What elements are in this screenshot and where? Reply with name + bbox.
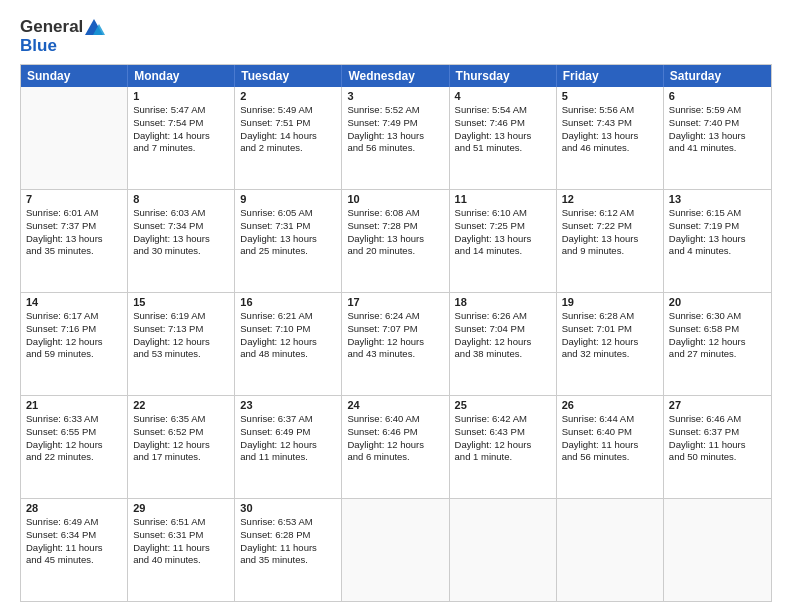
cell-info-line: and 59 minutes. bbox=[26, 348, 122, 361]
header-day-sunday: Sunday bbox=[21, 65, 128, 87]
day-number: 20 bbox=[669, 296, 766, 308]
header-day-wednesday: Wednesday bbox=[342, 65, 449, 87]
cell-info-line: Sunset: 6:37 PM bbox=[669, 426, 766, 439]
header-day-thursday: Thursday bbox=[450, 65, 557, 87]
cell-info-line: Sunset: 6:31 PM bbox=[133, 529, 229, 542]
cell-info-line: Sunrise: 6:44 AM bbox=[562, 413, 658, 426]
day-number: 4 bbox=[455, 90, 551, 102]
calendar-cell-3: 3Sunrise: 5:52 AMSunset: 7:49 PMDaylight… bbox=[342, 87, 449, 189]
calendar-cell-12: 12Sunrise: 6:12 AMSunset: 7:22 PMDayligh… bbox=[557, 190, 664, 292]
cell-info-line: Daylight: 13 hours bbox=[669, 130, 766, 143]
cell-info-line: Sunset: 7:16 PM bbox=[26, 323, 122, 336]
cell-info-line: Daylight: 13 hours bbox=[455, 130, 551, 143]
calendar-cell-13: 13Sunrise: 6:15 AMSunset: 7:19 PMDayligh… bbox=[664, 190, 771, 292]
calendar-cell-empty-4-5 bbox=[557, 499, 664, 601]
cell-info-line: Sunrise: 6:53 AM bbox=[240, 516, 336, 529]
cell-info-line: Daylight: 12 hours bbox=[26, 439, 122, 452]
day-number: 21 bbox=[26, 399, 122, 411]
calendar-cell-15: 15Sunrise: 6:19 AMSunset: 7:13 PMDayligh… bbox=[128, 293, 235, 395]
calendar-cell-empty-4-6 bbox=[664, 499, 771, 601]
cell-info-line: and 43 minutes. bbox=[347, 348, 443, 361]
cell-info-line: Daylight: 11 hours bbox=[26, 542, 122, 555]
cell-info-line: Daylight: 13 hours bbox=[562, 130, 658, 143]
calendar-cell-22: 22Sunrise: 6:35 AMSunset: 6:52 PMDayligh… bbox=[128, 396, 235, 498]
cell-info-line: Sunrise: 6:12 AM bbox=[562, 207, 658, 220]
page: General Blue SundayMondayTuesdayWednesda… bbox=[0, 0, 792, 612]
cell-info-line: Daylight: 12 hours bbox=[562, 336, 658, 349]
cell-info-line: and 14 minutes. bbox=[455, 245, 551, 258]
cell-info-line: Daylight: 11 hours bbox=[133, 542, 229, 555]
calendar-cell-2: 2Sunrise: 5:49 AMSunset: 7:51 PMDaylight… bbox=[235, 87, 342, 189]
calendar-cell-18: 18Sunrise: 6:26 AMSunset: 7:04 PMDayligh… bbox=[450, 293, 557, 395]
calendar-cell-19: 19Sunrise: 6:28 AMSunset: 7:01 PMDayligh… bbox=[557, 293, 664, 395]
cell-info-line: and 2 minutes. bbox=[240, 142, 336, 155]
cell-info-line: Sunrise: 6:42 AM bbox=[455, 413, 551, 426]
logo-general-text: General bbox=[20, 17, 83, 37]
cell-info-line: Sunset: 7:54 PM bbox=[133, 117, 229, 130]
calendar-cell-10: 10Sunrise: 6:08 AMSunset: 7:28 PMDayligh… bbox=[342, 190, 449, 292]
cell-info-line: Daylight: 13 hours bbox=[669, 233, 766, 246]
cell-info-line: Sunrise: 5:49 AM bbox=[240, 104, 336, 117]
cell-info-line: and 45 minutes. bbox=[26, 554, 122, 567]
day-number: 13 bbox=[669, 193, 766, 205]
cell-info-line: Sunrise: 6:08 AM bbox=[347, 207, 443, 220]
cell-info-line: Sunrise: 6:28 AM bbox=[562, 310, 658, 323]
day-number: 7 bbox=[26, 193, 122, 205]
day-number: 12 bbox=[562, 193, 658, 205]
cell-info-line: and 9 minutes. bbox=[562, 245, 658, 258]
cell-info-line: Sunrise: 6:24 AM bbox=[347, 310, 443, 323]
cell-info-line: Daylight: 11 hours bbox=[669, 439, 766, 452]
logo-icon bbox=[83, 16, 105, 38]
cell-info-line: Daylight: 11 hours bbox=[240, 542, 336, 555]
calendar-cell-25: 25Sunrise: 6:42 AMSunset: 6:43 PMDayligh… bbox=[450, 396, 557, 498]
cell-info-line: Sunset: 6:43 PM bbox=[455, 426, 551, 439]
cell-info-line: Daylight: 13 hours bbox=[347, 233, 443, 246]
cell-info-line: Sunset: 7:49 PM bbox=[347, 117, 443, 130]
cell-info-line: Sunrise: 5:54 AM bbox=[455, 104, 551, 117]
calendar-cell-empty-0-0 bbox=[21, 87, 128, 189]
cell-info-line: and 50 minutes. bbox=[669, 451, 766, 464]
cell-info-line: Sunset: 6:46 PM bbox=[347, 426, 443, 439]
calendar: SundayMondayTuesdayWednesdayThursdayFrid… bbox=[20, 64, 772, 602]
header-day-tuesday: Tuesday bbox=[235, 65, 342, 87]
header: General Blue bbox=[20, 16, 772, 56]
calendar-cell-16: 16Sunrise: 6:21 AMSunset: 7:10 PMDayligh… bbox=[235, 293, 342, 395]
calendar-cell-17: 17Sunrise: 6:24 AMSunset: 7:07 PMDayligh… bbox=[342, 293, 449, 395]
cell-info-line: and 56 minutes. bbox=[347, 142, 443, 155]
cell-info-line: Sunrise: 6:46 AM bbox=[669, 413, 766, 426]
cell-info-line: and 4 minutes. bbox=[669, 245, 766, 258]
cell-info-line: and 35 minutes. bbox=[240, 554, 336, 567]
cell-info-line: Sunrise: 5:52 AM bbox=[347, 104, 443, 117]
day-number: 24 bbox=[347, 399, 443, 411]
calendar-row-1: 7Sunrise: 6:01 AMSunset: 7:37 PMDaylight… bbox=[21, 190, 771, 293]
cell-info-line: Sunrise: 6:49 AM bbox=[26, 516, 122, 529]
cell-info-line: Daylight: 13 hours bbox=[347, 130, 443, 143]
cell-info-line: Sunset: 7:46 PM bbox=[455, 117, 551, 130]
calendar-cell-26: 26Sunrise: 6:44 AMSunset: 6:40 PMDayligh… bbox=[557, 396, 664, 498]
cell-info-line: Sunset: 7:25 PM bbox=[455, 220, 551, 233]
cell-info-line: Daylight: 12 hours bbox=[133, 336, 229, 349]
cell-info-line: Sunrise: 6:19 AM bbox=[133, 310, 229, 323]
cell-info-line: Daylight: 12 hours bbox=[26, 336, 122, 349]
cell-info-line: and 1 minute. bbox=[455, 451, 551, 464]
cell-info-line: Sunrise: 6:33 AM bbox=[26, 413, 122, 426]
calendar-row-4: 28Sunrise: 6:49 AMSunset: 6:34 PMDayligh… bbox=[21, 499, 771, 601]
day-number: 25 bbox=[455, 399, 551, 411]
calendar-cell-27: 27Sunrise: 6:46 AMSunset: 6:37 PMDayligh… bbox=[664, 396, 771, 498]
cell-info-line: Daylight: 11 hours bbox=[562, 439, 658, 452]
cell-info-line: Sunrise: 6:15 AM bbox=[669, 207, 766, 220]
cell-info-line: Daylight: 12 hours bbox=[455, 336, 551, 349]
calendar-cell-9: 9Sunrise: 6:05 AMSunset: 7:31 PMDaylight… bbox=[235, 190, 342, 292]
day-number: 26 bbox=[562, 399, 658, 411]
calendar-cell-20: 20Sunrise: 6:30 AMSunset: 6:58 PMDayligh… bbox=[664, 293, 771, 395]
cell-info-line: and 32 minutes. bbox=[562, 348, 658, 361]
cell-info-line: Sunrise: 6:51 AM bbox=[133, 516, 229, 529]
cell-info-line: Sunrise: 6:35 AM bbox=[133, 413, 229, 426]
calendar-cell-6: 6Sunrise: 5:59 AMSunset: 7:40 PMDaylight… bbox=[664, 87, 771, 189]
cell-info-line: Sunset: 7:34 PM bbox=[133, 220, 229, 233]
day-number: 2 bbox=[240, 90, 336, 102]
day-number: 3 bbox=[347, 90, 443, 102]
cell-info-line: Sunrise: 6:26 AM bbox=[455, 310, 551, 323]
cell-info-line: Sunset: 7:43 PM bbox=[562, 117, 658, 130]
calendar-cell-14: 14Sunrise: 6:17 AMSunset: 7:16 PMDayligh… bbox=[21, 293, 128, 395]
